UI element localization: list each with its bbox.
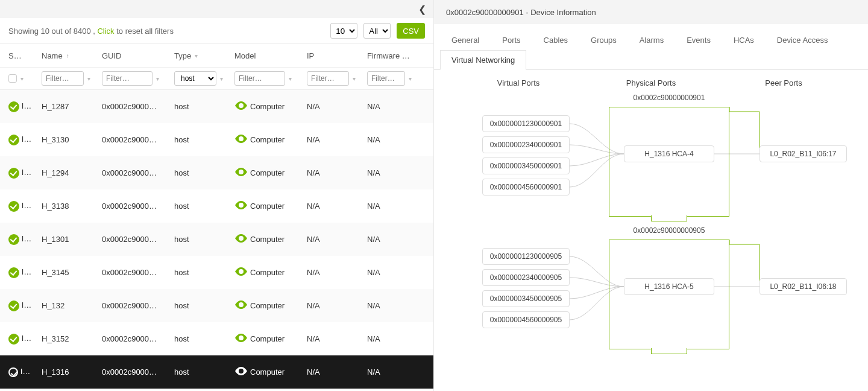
physical-box-notch (651, 348, 687, 354)
filter-name[interactable] (42, 71, 84, 86)
filter-icon[interactable]: ▾ (87, 75, 90, 82)
select-all-checkbox[interactable] (8, 74, 17, 83)
table-row[interactable]: I…H_31300x0002c9000…hostComputerN/AN/A (0, 123, 433, 156)
filter-icon[interactable]: ▾ (20, 75, 24, 82)
virtual-port-node[interactable]: 0x0000003450000901 (482, 157, 570, 174)
vn-column-headers: Virtual Ports Physical Ports Peer Ports (452, 78, 850, 87)
status-ok-icon (8, 101, 19, 112)
col-type[interactable]: Type▾ (174, 51, 234, 60)
csv-button[interactable]: CSV (397, 23, 425, 39)
virtual-port-node[interactable]: 0x0000002340000905 (482, 269, 570, 286)
detail-panel: 0x0002c90000000901 - Device Information … (434, 0, 868, 391)
physical-port-node[interactable]: H_1316 HCA-5 (624, 278, 714, 295)
filter-icon[interactable]: ▾ (409, 75, 412, 82)
port-group: 0x0002c90000000901H_1316 HCA-4L0_R02_B11… (452, 94, 850, 226)
all-filter-select[interactable]: All (363, 23, 391, 39)
status-ok-icon (8, 201, 19, 212)
tab-device-access[interactable]: Device Access (766, 30, 840, 50)
virtual-port-node[interactable]: 0x0000003450000905 (482, 290, 570, 307)
table-row[interactable]: I…H_12870x0002c9000…hostComputerN/AN/A (0, 90, 433, 123)
table-row[interactable]: I…H_31380x0002c9000…hostComputerN/AN/A (0, 189, 433, 223)
status-ok-icon (8, 168, 19, 179)
tab-alarms[interactable]: Alarms (628, 30, 675, 50)
peer-port-node[interactable]: L0_R02_B11_I06:17 (760, 145, 847, 162)
tab-cables[interactable]: Cables (532, 30, 579, 50)
virtual-networking-topology: 0x0002c90000000901H_1316 HCA-4L0_R02_B11… (434, 94, 868, 391)
table-toolbar: Showing 10 out of 8400 , Click to reset … (0, 18, 433, 43)
filter-icon[interactable]: ▾ (156, 75, 159, 82)
reset-filters-link[interactable]: Click (97, 27, 114, 36)
col-ip[interactable]: IP (307, 51, 367, 60)
table-row[interactable]: I…H_13010x0002c9000…hostComputerN/AN/A (0, 223, 433, 256)
status-ok-icon (8, 135, 19, 145)
page-size-select[interactable]: 10 (330, 23, 357, 39)
devices-panel: ❮ Showing 10 out of 8400 , Click to rese… (0, 0, 434, 391)
filter-fw[interactable] (367, 71, 405, 86)
col-fw[interactable]: Firmware … (367, 51, 421, 60)
tab-groups[interactable]: Groups (579, 30, 628, 50)
detail-tabs: GeneralPortsCablesGroupsAlarmsEventsHCAs… (434, 24, 868, 70)
virtual-port-node[interactable]: 0x0000002340000901 (482, 136, 570, 153)
physical-guid-label: 0x0002c90000000901 (609, 94, 729, 102)
tab-ports[interactable]: Ports (491, 30, 532, 50)
table-header: S… Name↑ GUID Type▾ Model IP Firmware … (0, 43, 433, 68)
sort-asc-icon: ↑ (66, 52, 69, 59)
peer-port-node[interactable]: L0_R02_B11_I06:18 (760, 278, 847, 295)
status-ok-icon (8, 300, 19, 311)
result-summary: Showing 10 out of 8400 , Click to reset … (8, 27, 324, 36)
col-name[interactable]: Name↑ (42, 51, 102, 60)
filter-type[interactable]: host (174, 71, 216, 86)
filter-icon[interactable]: ▾ (220, 75, 223, 82)
table-body: I…H_12870x0002c9000…hostComputerN/AN/A I… (0, 90, 433, 391)
table-row[interactable]: I…H_12940x0002c9000…hostComputerN/AN/A (0, 156, 433, 189)
table-row[interactable]: I…H_1320x0002c9000…hostComputerN/AN/A (0, 289, 433, 322)
col-model[interactable]: Model (234, 51, 307, 60)
status-ok-icon (8, 267, 19, 278)
virtual-port-node[interactable]: 0x0000004560000905 (482, 311, 570, 328)
detail-title: 0x0002c90000000901 - Device Information (434, 0, 868, 24)
virtual-port-node[interactable]: 0x0000004560000901 (482, 179, 570, 196)
filter-guid[interactable] (102, 71, 153, 86)
tab-general[interactable]: General (440, 30, 491, 50)
virtual-port-node[interactable]: 0x0000001230000905 (482, 248, 570, 265)
collapse-bar[interactable]: ❮ (0, 0, 433, 18)
physical-guid-label: 0x0002c90000000905 (609, 226, 729, 235)
table-row[interactable]: I…H_13160x0002c9000…hostComputerN/AN/A (0, 355, 433, 389)
filter-icon[interactable]: ▾ (353, 75, 356, 82)
status-ok-icon (8, 367, 18, 377)
filter-row: ▾ ▾ ▾ host▾ ▾ ▾ ▾ (0, 68, 433, 90)
tab-virtual-networking[interactable]: Virtual Networking (440, 50, 526, 70)
filter-model[interactable] (234, 71, 285, 86)
filter-icon: ▾ (195, 52, 198, 59)
col-guid[interactable]: GUID (102, 51, 174, 60)
tab-events[interactable]: Events (675, 30, 722, 50)
physical-box-notch (651, 215, 687, 221)
table-row[interactable]: I…H_31450x0002c9000…hostComputerN/AN/A (0, 256, 433, 289)
filter-ip[interactable] (307, 71, 349, 86)
status-ok-icon (8, 334, 19, 345)
virtual-port-node[interactable]: 0x0000001230000901 (482, 115, 570, 132)
physical-port-node[interactable]: H_1316 HCA-4 (624, 145, 714, 162)
table-row[interactable]: I…H_31520x0002c9000…hostComputerN/AN/A (0, 322, 433, 355)
filter-icon[interactable]: ▾ (289, 75, 292, 82)
chevron-left-icon: ❮ (418, 4, 426, 15)
status-ok-icon (8, 234, 19, 245)
tab-hcas[interactable]: HCAs (722, 30, 766, 50)
port-group: 0x0002c90000000905H_1316 HCA-5L0_R02_B11… (452, 226, 850, 359)
